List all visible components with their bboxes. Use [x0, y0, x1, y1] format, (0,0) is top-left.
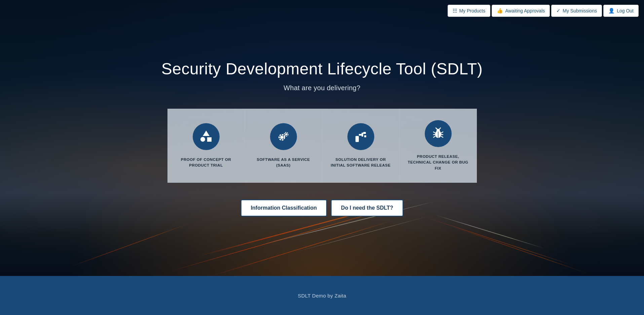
shapes-icon: [199, 129, 214, 144]
robot-arm-icon: [353, 129, 368, 144]
log-out-label: Log Out: [617, 8, 634, 13]
svg-line-16: [433, 132, 435, 133]
svg-rect-8: [359, 134, 362, 136]
saas-icon-circle: [270, 123, 297, 150]
delivery-cards-row: PROOF OF CONCEPT OR PRODUCT TRIAL SOFTWA…: [167, 109, 477, 183]
solution-card-label: SOLUTION DELIVERY OR INITIAL SOFTWARE RE…: [329, 157, 392, 169]
poc-card[interactable]: PROOF OF CONCEPT OR PRODUCT TRIAL: [167, 109, 245, 183]
product-release-icon-circle: [425, 120, 452, 147]
svg-line-21: [441, 136, 443, 137]
svg-rect-9: [362, 133, 363, 137]
bug-icon: [431, 126, 446, 141]
svg-line-20: [433, 136, 435, 137]
svg-rect-2: [207, 137, 212, 142]
svg-rect-7: [355, 136, 359, 142]
solution-card[interactable]: SOLUTION DELIVERY OR INITIAL SOFTWARE RE…: [322, 109, 400, 183]
svg-point-1: [200, 137, 205, 142]
hero-subtitle: What are you delivering?: [283, 84, 360, 92]
solution-icon-circle: [347, 123, 374, 150]
checkmark-icon: ✓: [556, 8, 561, 14]
svg-point-3: [280, 136, 283, 139]
products-icon: ☷: [453, 8, 457, 14]
top-navigation: ☷ My Products 👍 Awaiting Approvals ✓ My …: [442, 0, 644, 22]
awaiting-approvals-label: Awaiting Approvals: [505, 8, 545, 13]
do-i-need-sdlt-button[interactable]: Do I need the SDLT?: [331, 200, 403, 216]
user-icon: 👤: [608, 8, 615, 14]
my-submissions-button[interactable]: ✓ My Submissions: [551, 5, 602, 17]
my-products-button[interactable]: ☷ My Products: [448, 5, 490, 17]
gears-icon: [276, 129, 291, 144]
awaiting-approvals-button[interactable]: 👍 Awaiting Approvals: [492, 5, 550, 17]
svg-line-17: [441, 132, 443, 133]
product-release-card-label: PRODUCT RELEASE, TECHNICAL CHANGE OR BUG…: [407, 154, 470, 171]
hero-section: Security Development Lifecycle Tool (SDL…: [0, 0, 644, 276]
my-submissions-label: My Submissions: [563, 8, 597, 13]
log-out-button[interactable]: 👤 Log Out: [603, 5, 639, 17]
svg-rect-10: [363, 132, 366, 134]
hero-title: Security Development Lifecycle Tool (SDL…: [161, 60, 483, 78]
poc-icon-circle: [193, 123, 220, 150]
svg-marker-0: [203, 131, 210, 136]
svg-line-15: [439, 128, 441, 129]
my-products-label: My Products: [459, 8, 485, 13]
product-release-card[interactable]: PRODUCT RELEASE, TECHNICAL CHANGE OR BUG…: [400, 109, 477, 183]
poc-card-label: PROOF OF CONCEPT OR PRODUCT TRIAL: [175, 157, 238, 169]
thumbs-up-icon: 👍: [497, 8, 503, 14]
saas-card-label: SOFTWARE AS A SERVICE (SAAS): [252, 157, 315, 169]
svg-line-14: [436, 128, 437, 129]
bottom-buttons-row: Information Classification Do I need the…: [241, 200, 404, 216]
svg-point-5: [285, 133, 287, 135]
saas-card[interactable]: SOFTWARE AS A SERVICE (SAAS): [245, 109, 322, 183]
footer-text: SDLT Demo by Zaita: [298, 293, 346, 299]
information-classification-button[interactable]: Information Classification: [241, 200, 327, 216]
footer: SDLT Demo by Zaita: [0, 276, 644, 315]
hero-content: Security Development Lifecycle Tool (SDL…: [0, 60, 644, 216]
svg-rect-11: [364, 135, 366, 137]
